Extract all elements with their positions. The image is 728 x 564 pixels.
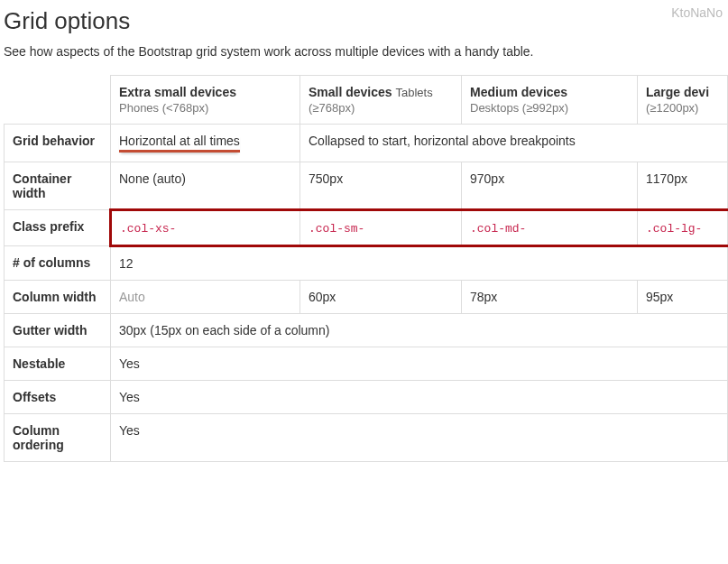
cell-rest: Collapsed to start, horizontal above bre…	[300, 125, 728, 162]
highlighted-text: Horizontal at all times	[119, 134, 240, 153]
row-class-prefix: Class prefix .col-xs- .col-sm- .col-md- …	[5, 210, 728, 246]
row-label: Column ordering	[5, 414, 111, 462]
watermark: KtoNaNo	[671, 5, 723, 20]
col-header-sm: Small devices Tablets (≥768px)	[300, 76, 462, 125]
cell-sm: 60px	[300, 281, 462, 314]
cell-value: Yes	[111, 414, 728, 462]
cell-value: 12	[111, 246, 728, 281]
cell-xs: None (auto)	[111, 162, 300, 210]
row-label: Nestable	[5, 347, 111, 381]
col-name: Extra small devices	[119, 85, 236, 99]
cell-xs: Auto	[111, 281, 300, 314]
col-tag: Tablets	[396, 86, 433, 99]
code: .col-xs-	[120, 222, 176, 236]
code: .col-lg-	[646, 222, 702, 236]
cell-md: .col-md-	[462, 210, 638, 246]
corner-cell	[5, 76, 111, 125]
row-offsets: Offsets Yes	[5, 381, 728, 414]
row-container-width: Container width None (auto) 750px 970px …	[5, 162, 728, 210]
col-header-xs: Extra small devices Phones (<768px)	[111, 76, 300, 125]
row-num-columns: # of columns 12	[5, 246, 728, 281]
row-label: Grid behavior	[5, 125, 111, 162]
col-header-md: Medium devices Desktops (≥992px)	[462, 76, 638, 125]
code: .col-md-	[470, 222, 526, 236]
row-label: Offsets	[5, 381, 111, 414]
cell-value: 30px (15px on each side of a column)	[111, 314, 728, 347]
row-nestable: Nestable Yes	[5, 347, 728, 381]
code: .col-sm-	[309, 222, 364, 236]
row-label: # of columns	[5, 246, 111, 281]
col-sub: (≥1200px)	[646, 101, 719, 115]
col-sub: (≥768px)	[309, 101, 453, 115]
row-grid-behavior: Grid behavior Horizontal at all times Co…	[5, 125, 728, 162]
row-ordering: Column ordering Yes	[5, 414, 728, 462]
row-label: Container width	[5, 162, 111, 210]
cell-md: 970px	[462, 162, 638, 210]
cell-lg: 95px	[638, 281, 728, 314]
col-header-lg: Large devi (≥1200px)	[638, 76, 728, 125]
cell-value: Yes	[111, 381, 728, 414]
row-label: Column width	[5, 281, 111, 314]
cell-lg: 1170px	[638, 162, 728, 210]
page-title: Grid options	[4, 7, 728, 35]
cell-lg: .col-lg-	[638, 210, 728, 246]
col-sub: Desktops (≥992px)	[470, 101, 629, 115]
cell-xs: Horizontal at all times	[111, 125, 300, 162]
row-label: Class prefix	[5, 210, 111, 246]
col-name: Large devi	[646, 85, 709, 99]
cell-value: Yes	[111, 347, 728, 381]
row-gutter-width: Gutter width 30px (15px on each side of …	[5, 314, 728, 347]
cell-md: 78px	[462, 281, 638, 314]
cell-sm: .col-sm-	[300, 210, 462, 246]
page-lead: See how aspects of the Bootstrap grid sy…	[4, 44, 728, 59]
cell-xs: .col-xs-	[111, 210, 300, 246]
col-name: Small devices	[309, 85, 392, 99]
table-header-row: Extra small devices Phones (<768px) Smal…	[5, 76, 728, 125]
grid-options-table: Extra small devices Phones (<768px) Smal…	[4, 75, 728, 462]
col-name: Medium devices	[470, 85, 567, 99]
col-sub: Phones (<768px)	[119, 101, 291, 115]
row-label: Gutter width	[5, 314, 111, 347]
row-column-width: Column width Auto 60px 78px 95px	[5, 281, 728, 314]
cell-sm: 750px	[300, 162, 462, 210]
